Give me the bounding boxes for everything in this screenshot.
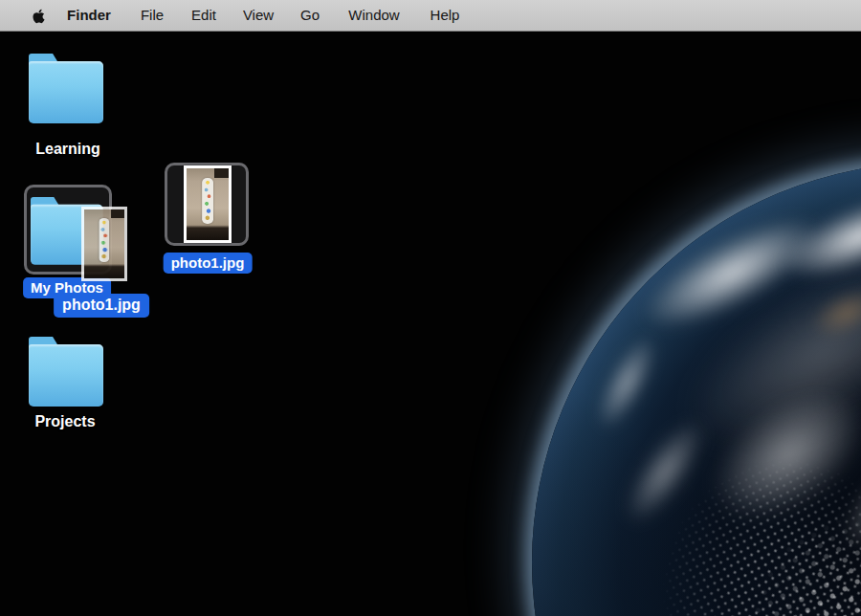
photo-dark-corner — [111, 209, 124, 218]
apple-logo-icon — [32, 8, 46, 25]
menu-bar: Finder File Edit View Go Window Help — [0, 0, 861, 32]
menu-item-file[interactable]: File — [141, 0, 164, 31]
folder-icon — [29, 337, 103, 407]
desktop-screen: Finder File Edit View Go Window Help Lea… — [0, 0, 861, 616]
earth-wallpaper — [532, 163, 861, 616]
icon-label-selected: photo1.jpg — [164, 253, 253, 274]
photo-snowboard — [99, 218, 109, 262]
photo-thumbnail — [184, 165, 232, 243]
icon-label: Projects — [34, 413, 95, 430]
menu-item-go[interactable]: Go — [300, 0, 320, 31]
menu-item-view[interactable]: View — [243, 0, 274, 31]
folder-icon — [29, 54, 103, 123]
menu-item-finder[interactable]: Finder — [67, 0, 111, 31]
drag-ghost-thumbnail[interactable] — [81, 207, 127, 281]
desktop[interactable]: Learning My Photos photo1.jpg photo1.jpg — [0, 33, 861, 616]
menu-item-edit[interactable]: Edit — [191, 0, 216, 31]
cloud-texture — [585, 327, 669, 438]
photo-dark-corner — [214, 168, 229, 178]
apple-menu[interactable] — [32, 8, 46, 25]
drag-ghost-label: photo1.jpg — [54, 294, 149, 318]
menu-item-window[interactable]: Window — [348, 0, 399, 31]
menu-item-help[interactable]: Help — [430, 0, 460, 31]
photo-snowboard — [202, 178, 213, 224]
icon-label: Learning — [35, 141, 100, 158]
